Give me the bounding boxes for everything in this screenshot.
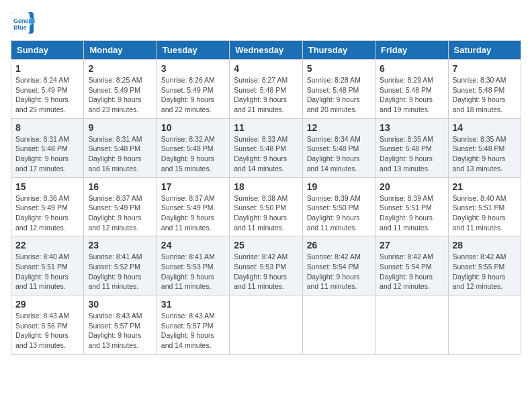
table-row: 18Sunrise: 8:38 AM Sunset: 5:50 PM Dayli… (230, 177, 302, 236)
header-saturday: Saturday (448, 41, 521, 60)
day-info: Sunrise: 8:40 AM Sunset: 5:51 PM Dayligh… (15, 252, 79, 291)
day-number: 13 (380, 122, 443, 133)
page-header: General Blue (11, 11, 521, 35)
day-number: 17 (161, 181, 225, 192)
day-info: Sunrise: 8:42 AM Sunset: 5:53 PM Dayligh… (234, 252, 298, 291)
day-number: 5 (307, 63, 371, 74)
day-number: 19 (307, 181, 371, 192)
day-info: Sunrise: 8:36 AM Sunset: 5:49 PM Dayligh… (15, 193, 79, 233)
day-number: 4 (234, 63, 298, 74)
day-number: 12 (307, 122, 371, 133)
calendar-header-row: Sunday Monday Tuesday Wednesday Thursday… (11, 41, 521, 60)
day-info: Sunrise: 8:27 AM Sunset: 5:48 PM Dayligh… (234, 75, 298, 115)
day-info: Sunrise: 8:42 AM Sunset: 5:55 PM Dayligh… (453, 252, 517, 291)
calendar-week-row: 29Sunrise: 8:43 AM Sunset: 5:56 PM Dayli… (11, 295, 521, 355)
day-number: 11 (234, 122, 298, 133)
table-row: 23Sunrise: 8:41 AM Sunset: 5:52 PM Dayli… (84, 236, 157, 295)
day-number: 28 (453, 240, 517, 250)
day-number: 14 (453, 122, 517, 133)
day-number: 27 (380, 240, 443, 250)
table-row: 1Sunrise: 8:24 AM Sunset: 5:49 PM Daylig… (11, 60, 84, 119)
day-info: Sunrise: 8:43 AM Sunset: 5:57 PM Dayligh… (161, 311, 225, 351)
table-row: 16Sunrise: 8:37 AM Sunset: 5:49 PM Dayli… (84, 177, 157, 236)
table-row: 15Sunrise: 8:36 AM Sunset: 5:49 PM Dayli… (11, 177, 84, 236)
header-thursday: Thursday (302, 41, 375, 60)
day-number: 2 (88, 63, 152, 74)
table-row: 10Sunrise: 8:32 AM Sunset: 5:48 PM Dayli… (157, 118, 229, 177)
header-monday: Monday (84, 41, 157, 60)
day-number: 6 (380, 63, 443, 74)
table-row: 3Sunrise: 8:26 AM Sunset: 5:49 PM Daylig… (157, 60, 229, 119)
header-sunday: Sunday (11, 41, 84, 60)
table-row: 29Sunrise: 8:43 AM Sunset: 5:56 PM Dayli… (11, 295, 84, 355)
day-number: 16 (88, 181, 152, 192)
table-row: 21Sunrise: 8:40 AM Sunset: 5:51 PM Dayli… (448, 177, 521, 236)
table-row: 4Sunrise: 8:27 AM Sunset: 5:48 PM Daylig… (230, 60, 302, 119)
table-row: 19Sunrise: 8:39 AM Sunset: 5:50 PM Dayli… (302, 177, 375, 236)
day-number: 25 (234, 240, 298, 250)
day-number: 3 (161, 63, 225, 74)
calendar-week-row: 1Sunrise: 8:24 AM Sunset: 5:49 PM Daylig… (11, 60, 521, 119)
day-info: Sunrise: 8:43 AM Sunset: 5:56 PM Dayligh… (15, 311, 79, 351)
table-row: 11Sunrise: 8:33 AM Sunset: 5:48 PM Dayli… (230, 118, 302, 177)
table-row: 24Sunrise: 8:41 AM Sunset: 5:53 PM Dayli… (157, 236, 229, 295)
table-row: 9Sunrise: 8:31 AM Sunset: 5:48 PM Daylig… (84, 118, 157, 177)
day-number: 7 (453, 63, 517, 74)
svg-text:Blue: Blue (13, 24, 27, 31)
day-info: Sunrise: 8:31 AM Sunset: 5:48 PM Dayligh… (88, 134, 152, 174)
day-info: Sunrise: 8:37 AM Sunset: 5:49 PM Dayligh… (161, 193, 225, 233)
day-number: 26 (307, 240, 371, 250)
day-number: 8 (15, 122, 79, 133)
day-info: Sunrise: 8:39 AM Sunset: 5:51 PM Dayligh… (380, 193, 443, 233)
table-row: 13Sunrise: 8:35 AM Sunset: 5:48 PM Dayli… (375, 118, 448, 177)
day-info: Sunrise: 8:40 AM Sunset: 5:51 PM Dayligh… (453, 193, 517, 233)
table-row (448, 295, 521, 355)
table-row: 2Sunrise: 8:25 AM Sunset: 5:49 PM Daylig… (84, 60, 157, 119)
table-row: 26Sunrise: 8:42 AM Sunset: 5:54 PM Dayli… (302, 236, 375, 295)
table-row: 14Sunrise: 8:35 AM Sunset: 5:48 PM Dayli… (448, 118, 521, 177)
day-number: 29 (15, 299, 79, 310)
day-number: 9 (88, 122, 152, 133)
day-number: 1 (15, 63, 79, 74)
day-number: 22 (15, 240, 79, 250)
day-info: Sunrise: 8:31 AM Sunset: 5:48 PM Dayligh… (15, 134, 79, 174)
day-info: Sunrise: 8:38 AM Sunset: 5:50 PM Dayligh… (234, 193, 298, 233)
day-number: 20 (380, 181, 443, 192)
day-number: 15 (15, 181, 79, 192)
calendar-table: Sunday Monday Tuesday Wednesday Thursday… (11, 40, 521, 355)
table-row (375, 295, 448, 355)
day-info: Sunrise: 8:33 AM Sunset: 5:48 PM Dayligh… (234, 134, 298, 174)
table-row (302, 295, 375, 355)
table-row: 6Sunrise: 8:29 AM Sunset: 5:48 PM Daylig… (375, 60, 448, 119)
day-info: Sunrise: 8:35 AM Sunset: 5:48 PM Dayligh… (453, 134, 517, 174)
day-info: Sunrise: 8:32 AM Sunset: 5:48 PM Dayligh… (161, 134, 225, 174)
table-row: 30Sunrise: 8:43 AM Sunset: 5:57 PM Dayli… (84, 295, 157, 355)
table-row: 22Sunrise: 8:40 AM Sunset: 5:51 PM Dayli… (11, 236, 84, 295)
calendar-week-row: 22Sunrise: 8:40 AM Sunset: 5:51 PM Dayli… (11, 236, 521, 295)
svg-text:General: General (13, 17, 35, 24)
day-info: Sunrise: 8:34 AM Sunset: 5:48 PM Dayligh… (307, 134, 371, 174)
calendar-week-row: 15Sunrise: 8:36 AM Sunset: 5:49 PM Dayli… (11, 177, 521, 236)
table-row: 20Sunrise: 8:39 AM Sunset: 5:51 PM Dayli… (375, 177, 448, 236)
day-info: Sunrise: 8:42 AM Sunset: 5:54 PM Dayligh… (380, 252, 443, 291)
table-row: 8Sunrise: 8:31 AM Sunset: 5:48 PM Daylig… (11, 118, 84, 177)
table-row: 12Sunrise: 8:34 AM Sunset: 5:48 PM Dayli… (302, 118, 375, 177)
table-row: 7Sunrise: 8:30 AM Sunset: 5:48 PM Daylig… (448, 60, 521, 119)
header-tuesday: Tuesday (157, 41, 229, 60)
day-info: Sunrise: 8:43 AM Sunset: 5:57 PM Dayligh… (88, 311, 152, 351)
day-number: 30 (88, 299, 152, 310)
table-row: 5Sunrise: 8:28 AM Sunset: 5:48 PM Daylig… (302, 60, 375, 119)
day-info: Sunrise: 8:24 AM Sunset: 5:49 PM Dayligh… (15, 75, 79, 115)
day-info: Sunrise: 8:41 AM Sunset: 5:53 PM Dayligh… (161, 252, 225, 291)
day-info: Sunrise: 8:41 AM Sunset: 5:52 PM Dayligh… (88, 252, 152, 291)
day-number: 31 (161, 299, 225, 310)
table-row: 27Sunrise: 8:42 AM Sunset: 5:54 PM Dayli… (375, 236, 448, 295)
calendar-week-row: 8Sunrise: 8:31 AM Sunset: 5:48 PM Daylig… (11, 118, 521, 177)
day-info: Sunrise: 8:28 AM Sunset: 5:48 PM Dayligh… (307, 75, 371, 115)
logo-icon: General Blue (11, 11, 35, 35)
day-info: Sunrise: 8:37 AM Sunset: 5:49 PM Dayligh… (88, 193, 152, 233)
table-row: 17Sunrise: 8:37 AM Sunset: 5:49 PM Dayli… (157, 177, 229, 236)
day-info: Sunrise: 8:39 AM Sunset: 5:50 PM Dayligh… (307, 193, 371, 233)
table-row: 28Sunrise: 8:42 AM Sunset: 5:55 PM Dayli… (448, 236, 521, 295)
day-info: Sunrise: 8:29 AM Sunset: 5:48 PM Dayligh… (380, 75, 443, 115)
